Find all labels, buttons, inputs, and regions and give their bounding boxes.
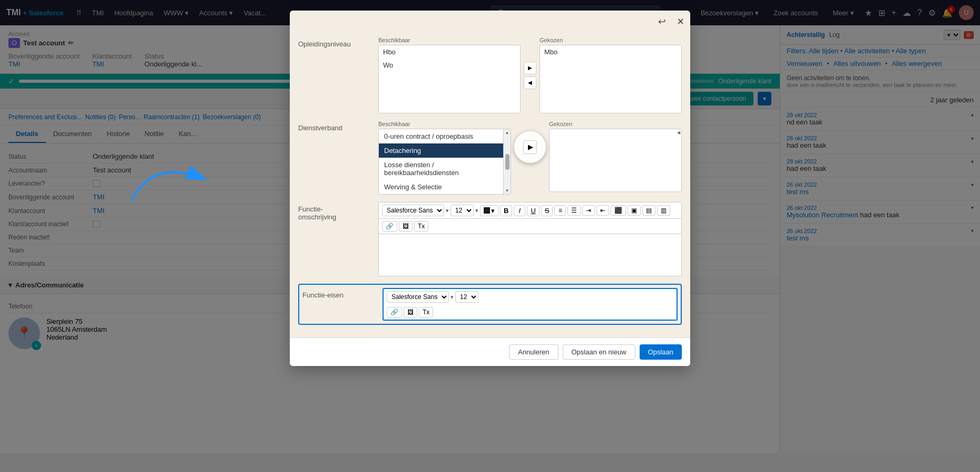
list-ol-button[interactable]: ≡ xyxy=(554,205,566,216)
listbox-item-mbo[interactable]: Mbo xyxy=(540,45,681,59)
modal-close-button[interactable]: × xyxy=(677,15,684,28)
scroll-up-arrow[interactable]: ▲ xyxy=(505,130,509,135)
font-family-select[interactable]: Salesforce Sans xyxy=(382,205,444,216)
beschikbaar-container: Beschikbaar Hbo Wo xyxy=(378,37,521,113)
gekozen-scroll-left[interactable]: ◀ xyxy=(677,130,680,135)
editor-toolbar2-omschrijving: 🔗 🖼 Tx xyxy=(378,219,682,234)
outdent-button[interactable]: ⇤ xyxy=(596,205,609,216)
dienstverband-field: Beschikbaar 0-uren contract / oproepbasi… xyxy=(378,121,682,195)
dienstverband-item-0[interactable]: 0-uren contract / oproepbasis xyxy=(379,129,511,143)
modal-footer: Annuleren Opslaan en nieuw Opslaan xyxy=(290,338,690,366)
dienstverband-item-1[interactable]: Detachering xyxy=(379,143,511,158)
functie-omschrijving-row: Functie- omschrijving Salesforce Sans ▾ … xyxy=(298,202,682,276)
clear-format-button-eisen[interactable]: Tx xyxy=(419,307,433,317)
scroll-down-arrow[interactable]: ▼ xyxy=(505,188,509,193)
dienstverband-scrollbar[interactable]: ▲ ▼ xyxy=(503,129,511,194)
move-right-button[interactable]: ▶ xyxy=(524,62,536,74)
link-button-eisen[interactable]: 🔗 xyxy=(387,307,402,317)
align-right-button[interactable]: ▤ xyxy=(642,205,655,216)
beschikbaar-listbox[interactable]: Hbo Wo xyxy=(378,45,521,113)
bold-button[interactable]: B xyxy=(500,205,512,216)
dienstverband-gekozen-label: Gekozen xyxy=(549,121,682,127)
align-justify-button[interactable]: ▥ xyxy=(657,205,670,216)
circle-highlight: ▶ xyxy=(514,131,546,163)
color-square xyxy=(484,207,490,214)
dienstverband-item-2[interactable]: Losse diensten / bereikbaarheidsdiensten xyxy=(379,158,511,180)
align-center-button[interactable]: ▣ xyxy=(628,205,641,216)
dienstverband-row: Dienstverband Beschikbaar 0-uren contrac… xyxy=(298,121,682,195)
gekozen-scrollbar-area: ◀ xyxy=(550,129,681,136)
opslaan-nieuw-button[interactable]: Opslaan en nieuw xyxy=(563,344,635,360)
chevron-font-icon: ▾ xyxy=(446,207,449,214)
annuleren-button[interactable]: Annuleren xyxy=(509,344,558,360)
listbox-item-wo[interactable]: Wo xyxy=(379,59,520,72)
arrow-annotation xyxy=(121,148,227,211)
font-size-select[interactable]: 12 xyxy=(450,205,474,216)
dienstverband-move-right-button[interactable]: ▶ xyxy=(523,140,537,154)
functie-omschrijving-editor[interactable] xyxy=(378,234,682,276)
opleidingsniveau-label: Opleidingsniveau xyxy=(298,37,372,48)
functie-eisen-field: Salesforce Sans ▾ 12 🔗 🖼 Tx xyxy=(383,288,678,321)
color-chevron: ▾ xyxy=(491,207,495,215)
color-picker-button[interactable]: ▾ xyxy=(480,205,498,216)
align-left-button[interactable]: ⬛ xyxy=(611,205,626,216)
link-button[interactable]: 🔗 xyxy=(382,221,397,232)
dienstverband-gekozen-wrap: Gekozen ◀ xyxy=(549,121,682,192)
italic-button[interactable]: I xyxy=(514,205,525,216)
font-family-select-eisen[interactable]: Salesforce Sans xyxy=(387,291,449,303)
scroll-thumb xyxy=(505,154,509,170)
opleidingsniveau-row: Opleidingsniveau Beschikbaar Hbo Wo ▶ xyxy=(298,37,682,113)
font-size-select-eisen[interactable]: 12 xyxy=(455,291,478,303)
listbox-arrows-opleiding: ▶ ◀ xyxy=(524,62,536,89)
listbox-item-hbo[interactable]: Hbo xyxy=(379,45,520,59)
editor-toolbar2-eisen: 🔗 🖼 Tx xyxy=(383,305,678,321)
clear-format-button[interactable]: Tx xyxy=(414,221,428,232)
functie-omschrijving-field: Salesforce Sans ▾ 12 ▾ ▾ B I U xyxy=(378,202,682,276)
dienstverband-listbox-wrap: Beschikbaar 0-uren contract / oproepbasi… xyxy=(378,121,682,195)
gekozen-listbox[interactable]: Mbo xyxy=(540,45,682,113)
indent-button[interactable]: ⇥ xyxy=(582,205,595,216)
underline-button[interactable]: U xyxy=(527,205,539,216)
modal-overlay: × ↩ Opleidingsniveau Beschikbaar Hbo Wo xyxy=(0,0,980,472)
opslaan-button[interactable]: Opslaan xyxy=(640,344,682,360)
functie-eisen-row: Functie-eisen Salesforce Sans ▾ 12 🔗 🖼 xyxy=(298,284,682,325)
image-button-eisen[interactable]: 🖼 xyxy=(404,307,417,317)
image-button[interactable]: 🖼 xyxy=(399,221,413,232)
dienstverband-gekozen-listbox[interactable]: ◀ xyxy=(549,129,682,192)
list-ul-button[interactable]: ☰ xyxy=(567,205,581,216)
strikethrough-button[interactable]: S xyxy=(541,205,553,216)
dienstverband-listbox[interactable]: 0-uren contract / oproepbasis Detacherin… xyxy=(378,129,511,195)
dienstverband-beschikbaar-wrap: Beschikbaar 0-uren contract / oproepbasi… xyxy=(378,121,511,195)
undo-button[interactable]: ↩ xyxy=(655,15,669,28)
opleidingsniveau-dual-listbox: Beschikbaar Hbo Wo ▶ ◀ Gekozen xyxy=(378,37,682,113)
chevron-font-eisen: ▾ xyxy=(450,294,454,301)
editor-toolbar-eisen: Salesforce Sans ▾ 12 xyxy=(383,288,678,305)
dienstverband-item-3[interactable]: Werving & Selectie xyxy=(379,180,511,194)
opleidingsniveau-field: Beschikbaar Hbo Wo ▶ ◀ Gekozen xyxy=(378,37,682,113)
modal-top-actions: ↩ xyxy=(290,11,690,28)
dienstverband-arrow-area: ▶ xyxy=(514,121,546,163)
chevron-size-icon: ▾ xyxy=(475,207,478,214)
gekozen-container: Gekozen Mbo xyxy=(540,37,682,113)
move-left-button[interactable]: ◀ xyxy=(524,76,536,89)
functie-omschrijving-label: Functie- omschrijving xyxy=(298,202,372,221)
dienstverband-label: Dienstverband xyxy=(298,121,372,132)
dienstverband-beschikbaar-label: Beschikbaar xyxy=(378,121,511,127)
editor-toolbar-omschrijving: Salesforce Sans ▾ 12 ▾ ▾ B I U xyxy=(378,202,682,219)
modal-dialog: × ↩ Opleidingsniveau Beschikbaar Hbo Wo xyxy=(290,11,690,366)
modal-body: Opleidingsniveau Beschikbaar Hbo Wo ▶ xyxy=(290,28,690,338)
functie-eisen-label: Functie-eisen xyxy=(302,288,376,299)
beschikbaar-label: Beschikbaar xyxy=(378,37,521,43)
gekozen-label: Gekozen xyxy=(540,37,682,43)
